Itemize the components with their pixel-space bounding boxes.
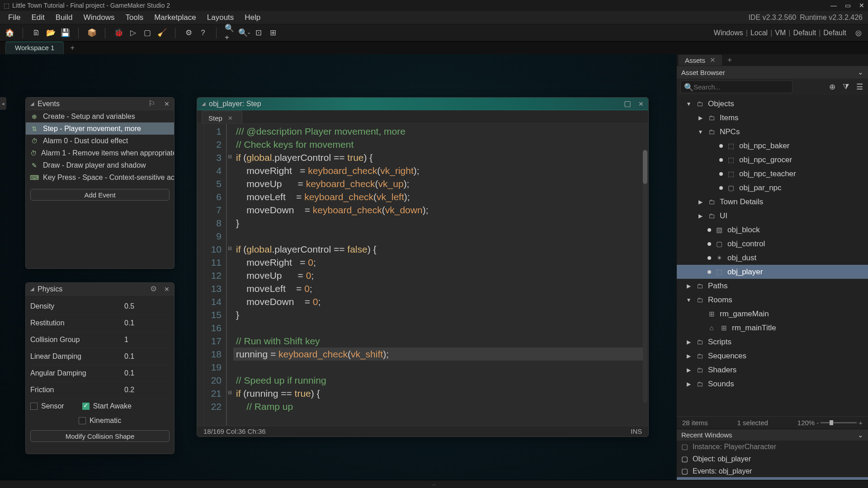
asset-tree-row[interactable]: ⬚obj_npc_grocer: [677, 153, 868, 167]
menu-help[interactable]: Help: [239, 11, 266, 24]
kinematic-checkbox[interactable]: [79, 417, 86, 424]
menu-layouts[interactable]: Layouts: [202, 11, 240, 24]
asset-tree-row[interactable]: ▢obj_par_npc: [677, 181, 868, 195]
home-icon[interactable]: 🏠: [5, 28, 14, 38]
clean-icon[interactable]: 🧹: [157, 28, 167, 38]
physics-field-input[interactable]: [124, 369, 170, 377]
code-line[interactable]: moveLeft = keyboard_check(vk_left);: [236, 190, 648, 203]
tree-arrow-icon[interactable]: ▶: [686, 381, 692, 387]
code-line[interactable]: moveUp = 0;: [236, 269, 648, 282]
open-project-icon[interactable]: 📂: [46, 28, 56, 38]
recent-window-row[interactable]: ▢Events: obj_player: [677, 465, 868, 477]
asset-tree-row[interactable]: ▶🗀Shaders: [677, 363, 868, 377]
code-line[interactable]: moveUp = keyboard_check(vk_up);: [236, 177, 648, 190]
target-icon[interactable]: ◎: [854, 28, 863, 38]
event-row[interactable]: ⏱Alarm 1 - Remove items when appropriate: [26, 147, 174, 159]
close-icon[interactable]: ✕: [164, 100, 170, 108]
save-icon[interactable]: 💾: [60, 28, 70, 38]
menu-edit[interactable]: Edit: [26, 11, 50, 24]
workspace-tab[interactable]: Workspace 1: [5, 42, 64, 54]
asset-tree-row[interactable]: ▼🗀Rooms: [677, 293, 868, 307]
assets-tab[interactable]: Assets ✕: [679, 55, 722, 66]
event-row[interactable]: ✎Draw - Draw player and shadow: [26, 159, 174, 171]
code-line[interactable]: }: [236, 216, 648, 230]
code-line[interactable]: running = keyboard_check(vk_shift);: [236, 347, 648, 361]
asset-tree-row[interactable]: ⬚obj_npc_teacher: [677, 167, 868, 181]
gear-icon[interactable]: ⚙: [150, 284, 157, 294]
tree-arrow-icon[interactable]: [698, 311, 703, 317]
code-line[interactable]: [236, 361, 648, 374]
menu-windows[interactable]: Windows: [78, 11, 120, 24]
modify-collision-button[interactable]: Modify Collision Shape: [30, 430, 170, 442]
close-tab-icon[interactable]: ✕: [710, 56, 716, 64]
docks-icon[interactable]: ⊞: [268, 28, 278, 38]
code-line[interactable]: // Run with Shift key: [236, 334, 648, 347]
code-line[interactable]: moveRight = keyboard_check(vk_right);: [236, 164, 648, 177]
asset-tree-row[interactable]: ▧obj_block: [677, 223, 868, 237]
tree-arrow-icon[interactable]: [709, 185, 715, 191]
tree-arrow-icon[interactable]: [709, 143, 715, 149]
minimize-button[interactable]: —: [830, 2, 837, 9]
physics-field-input[interactable]: [124, 352, 170, 361]
asset-tree-row[interactable]: ⊞rm_gameMain: [677, 307, 868, 321]
zoom-out-icon[interactable]: 🔍-: [239, 28, 249, 38]
tree-arrow-icon[interactable]: [709, 157, 715, 163]
code-line[interactable]: moveDown = keyboard_check(vk_down);: [236, 203, 648, 216]
target-segment[interactable]: Local: [750, 29, 768, 37]
code-tab[interactable]: Step ✕: [202, 111, 242, 123]
target-segment[interactable]: Windows: [714, 29, 743, 37]
asset-tree-row[interactable]: ⌂⊞rm_mainTitle: [677, 321, 868, 335]
asset-browser-header[interactable]: Asset Browser ⌄: [677, 66, 868, 79]
tree-arrow-icon[interactable]: [698, 227, 703, 233]
asset-tree-row[interactable]: ▶🗀Town Details: [677, 195, 868, 209]
tree-arrow-icon[interactable]: ▶: [686, 353, 692, 359]
new-project-icon[interactable]: 🗎: [31, 28, 41, 38]
play-icon[interactable]: ▷: [128, 28, 138, 38]
tree-arrow-icon[interactable]: ▶: [698, 199, 703, 205]
stop-icon[interactable]: ▢: [142, 28, 152, 38]
tree-arrow-icon[interactable]: [698, 241, 703, 247]
close-icon[interactable]: ✕: [164, 286, 170, 293]
close-tab-icon[interactable]: ✕: [228, 115, 233, 122]
menu-icon[interactable]: ☰: [854, 82, 864, 92]
tree-arrow-icon[interactable]: [698, 325, 703, 331]
recent-windows-header[interactable]: Recent Windows ⌄: [677, 429, 868, 441]
physics-field-input[interactable]: [124, 319, 170, 327]
asset-tree-row[interactable]: ▶🗀Paths: [677, 279, 868, 293]
start-awake-checkbox[interactable]: [82, 403, 90, 410]
code-line[interactable]: // Speed up if running: [236, 374, 648, 387]
tree-arrow-icon[interactable]: ▶: [698, 115, 703, 121]
game-options-icon[interactable]: ⚙: [184, 28, 193, 38]
code-line[interactable]: if (global.playerControl == false) {: [236, 243, 648, 256]
close-button[interactable]: ✕: [859, 2, 864, 9]
fold-icon[interactable]: ⊟: [228, 245, 232, 251]
code-line[interactable]: moveLeft = 0;: [236, 282, 648, 295]
code-line[interactable]: // Check keys for movement: [236, 138, 648, 151]
add-event-button[interactable]: Add Event: [30, 189, 170, 201]
asset-tree-row[interactable]: ✶obj_dust: [677, 251, 868, 265]
zoom-slider[interactable]: [821, 422, 857, 423]
zoom-reset-icon[interactable]: ⊡: [254, 28, 264, 38]
asset-tree-row[interactable]: ▶🗀Items: [677, 111, 868, 125]
help-icon[interactable]: ?: [198, 28, 208, 38]
asset-tree-row[interactable]: ⬚obj_player: [677, 265, 868, 279]
asset-tree-row[interactable]: ▼🗀Objects: [677, 97, 868, 111]
event-row[interactable]: ⇅Step - Player movement, more: [26, 122, 174, 135]
target-segment[interactable]: Default: [823, 29, 846, 37]
tree-arrow-icon[interactable]: ▶: [698, 213, 703, 219]
maximize-panel-icon[interactable]: ▢: [624, 99, 631, 108]
tree-arrow-icon[interactable]: ▼: [686, 101, 692, 107]
recent-window-row[interactable]: ▢Object: obj_player: [677, 453, 868, 465]
asset-tree-row[interactable]: ▶🗀UI: [677, 209, 868, 223]
collapse-icon[interactable]: ◢: [202, 101, 205, 107]
physics-field-input[interactable]: [124, 302, 170, 310]
physics-field-input[interactable]: [124, 336, 170, 344]
fold-icon[interactable]: ⊟: [228, 389, 232, 395]
maximize-button[interactable]: ▭: [845, 2, 851, 9]
add-dock-tab-button[interactable]: +: [724, 54, 736, 66]
target-segment[interactable]: Default: [793, 29, 816, 37]
code-line[interactable]: // Ramp up: [236, 400, 648, 413]
code-line[interactable]: if (global.playerControl == true) {: [236, 151, 648, 164]
code-line[interactable]: moveDown = 0;: [236, 295, 648, 308]
code-line[interactable]: /// @description Player movement, more: [236, 125, 648, 138]
